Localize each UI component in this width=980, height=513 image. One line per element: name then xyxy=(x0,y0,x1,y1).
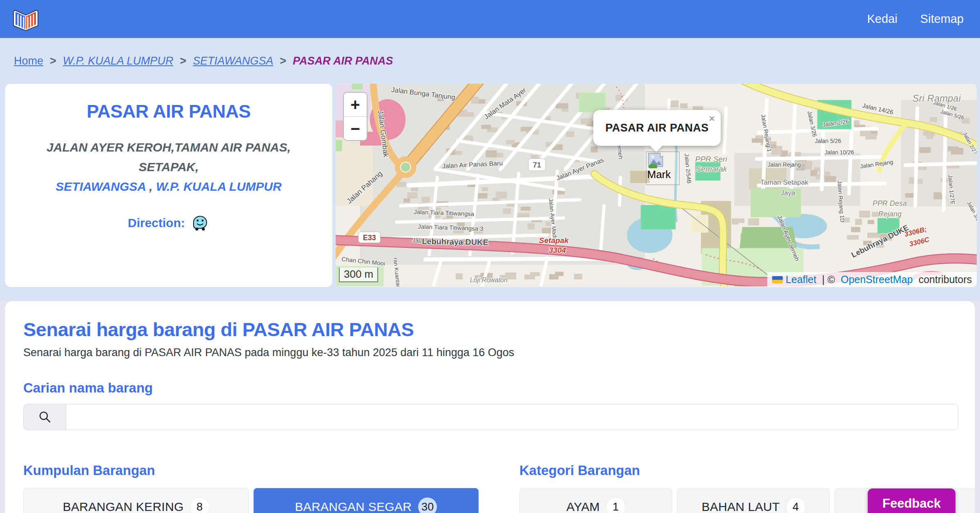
feedback-button[interactable]: Feedback xyxy=(868,488,956,513)
breadcrumb-item-home[interactable]: Home xyxy=(14,55,43,67)
breadcrumb-item-w-p-kuala-lumpur[interactable]: W.P. KUALA LUMPUR xyxy=(63,55,174,67)
count-badge: 30 xyxy=(418,497,437,513)
map-zoom-control: + − xyxy=(343,92,368,141)
state-link[interactable]: W.P. KUALA LUMPUR xyxy=(156,180,282,193)
breadcrumb-item-pasar-air-panas: PASAR AIR PANAS xyxy=(293,55,393,67)
map-scale-bar: 300 m xyxy=(339,268,378,282)
map-label: Semarak xyxy=(696,165,728,173)
route-badge-text: E33 xyxy=(363,234,376,242)
groups-row: Kumpulan Barangan BARANGAN KERING8BARANG… xyxy=(23,463,957,513)
search-group xyxy=(23,404,958,430)
attribution-suffix: contributors xyxy=(915,274,972,285)
map-label: Sri Rampai xyxy=(913,93,961,104)
kumpulan-button-barangan-kering[interactable]: BARANGAN KERING8 xyxy=(23,488,249,513)
button-label: AYAM xyxy=(566,500,600,513)
direction-row: Direction: xyxy=(5,214,332,232)
breadcrumb-separator: > xyxy=(50,55,56,67)
kategori-button-bahan-laut[interactable]: BAHAN LAUT4 xyxy=(677,488,830,513)
map-popup: × PASAR AIR PANAS xyxy=(593,110,721,146)
osm-link[interactable]: OpenStreetMap xyxy=(841,274,913,285)
nav-links: Kedai Sitemap xyxy=(867,12,964,26)
marker-alt-text: Mark xyxy=(647,168,671,181)
count-badge: 4 xyxy=(786,497,805,513)
attribution-separator: | © xyxy=(819,274,838,285)
market-info-card: PASAR AIR PANAS JALAN AYER KEROH,TAMAN A… xyxy=(5,84,332,287)
kategori-heading: Kategori Barangan xyxy=(519,463,975,478)
ukraine-flag-icon xyxy=(772,276,783,283)
price-list-subtitle: Senarai harga barang di PASAR AIR PANAS … xyxy=(23,346,957,359)
search-heading: Carian nama barang xyxy=(23,380,957,396)
route-badge-text: 71 xyxy=(533,161,541,169)
map-label: Jaya xyxy=(781,189,795,197)
top-navbar: Kedai Sitemap xyxy=(0,0,980,38)
site-logo-icon[interactable] xyxy=(12,7,39,31)
hero-section: PASAR AIR PANAS JALAN AYER KEROH,TAMAN A… xyxy=(0,84,980,287)
kumpulan-button-barangan-segar[interactable]: BARANGAN SEGAR30 xyxy=(254,488,479,513)
search-input[interactable] xyxy=(66,404,958,430)
map-label: Jalan 10/26 xyxy=(824,149,854,156)
nav-link-sitemap[interactable]: Sitemap xyxy=(920,12,964,26)
button-label: BARANGAN SEGAR xyxy=(295,500,412,513)
breadcrumb-item-setiawangsa[interactable]: SETIAWANGSA xyxy=(193,55,273,67)
waze-icon[interactable] xyxy=(191,214,209,232)
price-list-title: Senarai harga barang di PASAR AIR PANAS xyxy=(23,318,957,341)
map-attribution: Leaflet | © OpenStreetMap contributors xyxy=(767,272,977,287)
map-marker[interactable]: Mark xyxy=(646,152,679,185)
count-badge: 8 xyxy=(190,497,209,513)
broken-image-icon xyxy=(648,153,664,168)
map-label: Rejang xyxy=(878,210,902,218)
map-label: Setapak xyxy=(539,236,569,245)
map-zoom-out-button[interactable]: − xyxy=(344,116,367,140)
map-label: PPR Desa xyxy=(873,199,907,207)
kategori-button-ayam[interactable]: AYAM1 xyxy=(519,488,672,513)
popup-title: PASAR AIR PANAS xyxy=(605,122,708,134)
breadcrumb-separator: > xyxy=(180,55,186,67)
district-link[interactable]: SETIAWANGSA xyxy=(56,180,146,193)
map-label: Taman Setapak xyxy=(760,178,808,186)
button-label: BAHAN LAUT xyxy=(702,500,780,513)
map-label: Loji Rowaton xyxy=(470,277,508,283)
search-icon xyxy=(23,404,66,430)
kumpulan-heading: Kumpulan Barangan xyxy=(23,463,479,478)
map-label: Lebuhraya DUKE xyxy=(422,236,488,247)
breadcrumb-separator: > xyxy=(280,55,286,67)
breadcrumb: Home>W.P. KUALA LUMPUR>SETIAWANGSA>PASAR… xyxy=(0,38,980,84)
count-badge: 1 xyxy=(606,497,625,513)
map-label: Jalan Rejang xyxy=(768,161,801,168)
market-address: JALAN AYER KEROH,TAMAN AIR PANAS, SETAPA… xyxy=(21,138,316,196)
address-separator: , xyxy=(146,180,156,193)
map[interactable]: E3371 Jalan Bunga TanjungJalan Mata Ayer… xyxy=(336,84,977,287)
kumpulan-column: Kumpulan Barangan BARANGAN KERING8BARANG… xyxy=(23,463,479,513)
kumpulan-button-row: BARANGAN KERING8BARANGAN SEGAR30 xyxy=(23,488,479,513)
leaflet-link[interactable]: Leaflet xyxy=(786,274,816,285)
nav-link-kedai[interactable]: Kedai xyxy=(867,12,897,26)
map-zoom-in-button[interactable]: + xyxy=(344,93,367,116)
address-line1: JALAN AYER KEROH,TAMAN AIR PANAS, SETAPA… xyxy=(47,141,291,174)
price-list-card: Senarai harga barang di PASAR AIR PANAS … xyxy=(5,301,975,513)
popup-close-icon[interactable]: × xyxy=(709,113,715,124)
market-name: PASAR AIR PANAS xyxy=(5,101,332,122)
map-label: Jalan 5/26 xyxy=(815,138,841,144)
button-label: BARANGAN KERING xyxy=(63,500,184,513)
map-label: PPR Seri xyxy=(695,155,728,163)
map-label: 3304 xyxy=(549,246,566,254)
direction-label: Direction: xyxy=(128,216,185,230)
